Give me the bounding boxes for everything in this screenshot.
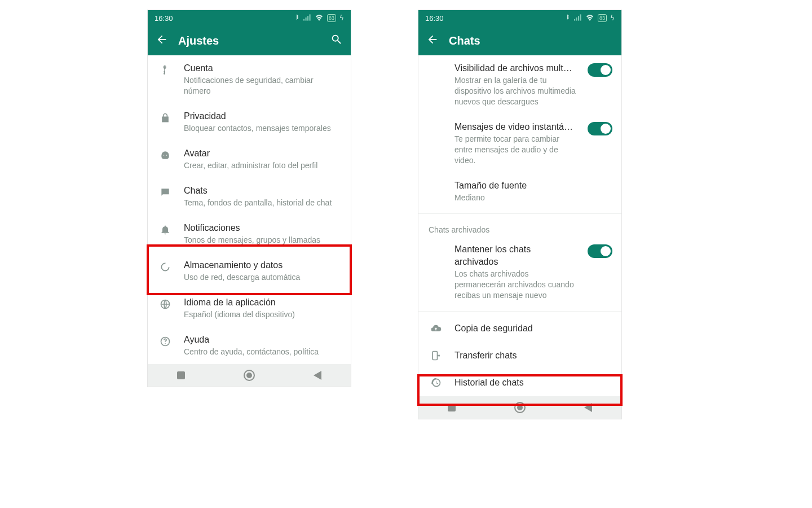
svg-point-4	[161, 263, 169, 270]
lock-icon	[158, 110, 173, 124]
signal-icon	[303, 14, 311, 23]
globe-icon	[158, 296, 173, 310]
row-title: Mensajes de video instantá…	[454, 121, 576, 133]
setting-title: Privacidad	[184, 110, 342, 122]
row-sub: Te permite tocar para cambiar entre mens…	[454, 134, 576, 166]
app-bar-chats: Chats	[418, 26, 621, 55]
charge-icon: ϟ	[339, 14, 344, 22]
setting-chats[interactable]: Chats Tema, fondos de pantalla, historia…	[148, 178, 351, 215]
android-navbar	[148, 364, 351, 387]
appbar-title: Ajustes	[178, 34, 320, 47]
media-visibility-toggle[interactable]	[588, 63, 612, 77]
cloud-upload-icon	[429, 323, 443, 334]
setting-title: Chats	[184, 185, 342, 197]
setting-storage[interactable]: Almacenamiento y datos Uso de red, desca…	[148, 252, 351, 290]
setting-language[interactable]: Idioma de la aplicación Español (idioma …	[148, 290, 351, 327]
bell-icon	[158, 222, 173, 235]
media-visibility-row[interactable]: Visibilidad de archivos mult… Mostrar en…	[418, 55, 621, 114]
android-navbar	[418, 396, 621, 419]
signal-icon	[574, 14, 582, 23]
transfer-icon	[429, 350, 443, 361]
settings-list: Cuenta Notificaciones de seguridad, camb…	[148, 55, 351, 364]
setting-help[interactable]: Ayuda Centro de ayuda, contáctanos, polí…	[148, 327, 351, 364]
status-time: 16:30	[425, 14, 444, 23]
wifi-icon	[315, 14, 324, 23]
setting-title: Notificaciones	[184, 222, 342, 234]
status-bar: 16:30 83 ϟ	[418, 10, 621, 26]
setting-avatar[interactable]: Avatar Crear, editar, administrar foto d…	[148, 141, 351, 178]
font-size-row[interactable]: Tamaño de fuente Mediano	[418, 173, 621, 210]
row-title: Transferir chats	[454, 351, 517, 361]
nav-back-icon[interactable]	[584, 403, 592, 412]
nav-home-icon[interactable]	[244, 370, 255, 381]
setting-sub: Centro de ayuda, contáctanos, política	[184, 347, 342, 357]
svg-rect-0	[303, 19, 304, 20]
setting-title: Cuenta	[184, 62, 342, 75]
svg-rect-11	[580, 14, 581, 20]
divider	[418, 213, 621, 214]
bluetooth-icon	[564, 14, 571, 23]
transfer-chats-row[interactable]: Transferir chats	[418, 342, 621, 369]
chat-history-row[interactable]: Historial de chats	[418, 369, 621, 396]
nav-back-icon[interactable]	[314, 371, 321, 380]
status-right-icons: 83 ϟ	[294, 14, 344, 23]
setting-privacy[interactable]: Privacidad Bloquear contactos, mensajes …	[148, 103, 351, 141]
row-title: Copia de seguridad	[454, 323, 533, 334]
app-bar-settings: Ajustes	[148, 26, 351, 55]
setting-notifications[interactable]: Notificaciones Tonos de mensajes, grupos…	[148, 215, 351, 252]
status-bar: 16:30 83 ϟ	[148, 10, 351, 26]
svg-rect-1	[305, 17, 306, 21]
setting-sub: Bloquear contactos, mensajes temporales	[184, 123, 342, 134]
backup-row[interactable]: Copia de seguridad	[418, 315, 621, 342]
chat-icon	[158, 185, 173, 198]
nav-recent-icon[interactable]	[177, 371, 185, 379]
setting-title: Idioma de la aplicación	[184, 296, 342, 309]
setting-sub: Español (idioma del dispositivo)	[184, 309, 342, 320]
nav-recent-icon[interactable]	[448, 404, 456, 411]
setting-title: Almacenamiento y datos	[184, 259, 342, 271]
keep-archived-row[interactable]: Mantener los chats archivados Los chats …	[418, 237, 621, 308]
archived-section-label: Chats archivados	[418, 217, 621, 237]
svg-point-7	[165, 343, 166, 344]
svg-rect-8	[574, 19, 575, 20]
keep-archived-toggle[interactable]	[588, 244, 612, 258]
key-icon	[158, 62, 173, 76]
battery-icon: 83	[327, 14, 336, 22]
storage-icon	[158, 259, 173, 273]
battery-icon: 83	[598, 14, 607, 22]
bluetooth-icon	[294, 14, 300, 23]
appbar-title: Chats	[449, 34, 614, 47]
setting-title: Ayuda	[184, 334, 342, 346]
help-icon	[158, 334, 173, 347]
instant-video-toggle[interactable]	[588, 122, 612, 135]
svg-rect-3	[309, 14, 310, 20]
setting-account[interactable]: Cuenta Notificaciones de seguridad, camb…	[148, 55, 351, 103]
row-sub: Los chats archivados permanecerán archiv…	[454, 269, 576, 301]
search-icon[interactable]	[330, 33, 343, 48]
chats-settings-list: Visibilidad de archivos mult… Mostrar en…	[418, 55, 621, 396]
row-title: Mantener los chats archivados	[454, 243, 576, 268]
row-sub: Mostrar en la galería de tu dispositivo …	[454, 75, 576, 107]
wifi-icon	[585, 14, 594, 23]
row-title: Historial de chats	[454, 378, 524, 388]
avatar-icon	[158, 147, 173, 161]
back-icon[interactable]	[156, 33, 168, 48]
history-icon	[429, 377, 443, 388]
phone-settings: 16:30 83 ϟ Ajustes Cuenta	[148, 10, 351, 387]
charge-icon: ϟ	[610, 14, 615, 22]
setting-sub: Notificaciones de seguridad, cambiar núm…	[184, 75, 342, 97]
nav-home-icon[interactable]	[514, 402, 526, 413]
svg-rect-9	[576, 17, 577, 21]
phone-chats-settings: 16:30 83 ϟ Chats Visibilidad de archivos…	[418, 10, 621, 419]
row-title: Tamaño de fuente	[454, 179, 612, 192]
status-right-icons: 83 ϟ	[564, 14, 615, 23]
row-sub: Mediano	[454, 192, 612, 203]
setting-title: Avatar	[184, 147, 342, 160]
divider	[418, 311, 621, 312]
svg-rect-2	[307, 16, 308, 20]
back-icon[interactable]	[426, 33, 439, 48]
status-time: 16:30	[155, 14, 173, 23]
instant-video-row[interactable]: Mensajes de video instantá… Te permite t…	[418, 114, 621, 173]
row-title: Visibilidad de archivos mult…	[454, 62, 576, 75]
svg-rect-10	[578, 16, 579, 20]
